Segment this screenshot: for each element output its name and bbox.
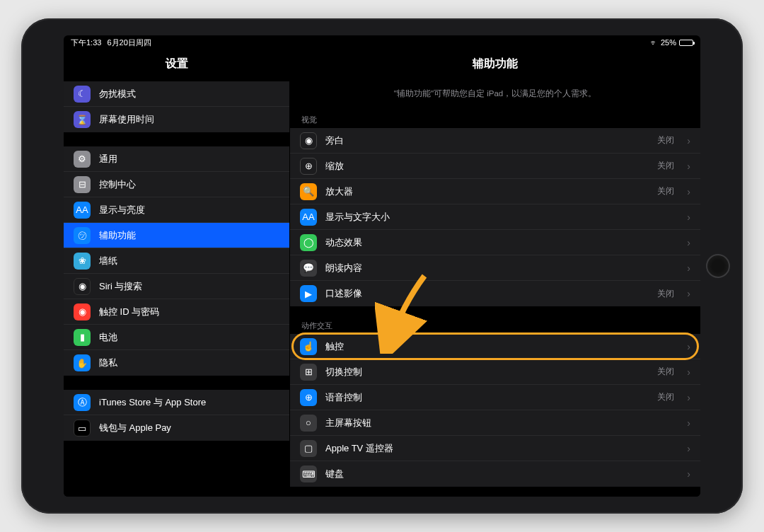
detail-title: 辅助功能 xyxy=(290,50,700,81)
sidebar-item-battery[interactable]: ▮电池 xyxy=(64,325,289,350)
detail-row-status: 关闭 xyxy=(657,366,674,378)
chevron-right-icon: › xyxy=(687,468,690,480)
ipad-frame: 下午1:33 6月20日周四 ᯤ 25% 设置 ☾勿扰模式⌛屏幕使用时间 ⚙通用… xyxy=(21,18,743,514)
detail-row-zoom[interactable]: ⊕缩放关闭› xyxy=(290,154,700,179)
voice-icon: ⊕ xyxy=(300,389,317,406)
detail-row-label: 触控 xyxy=(325,340,344,353)
sidebar-item-screentime[interactable]: ⌛屏幕使用时间 xyxy=(64,107,289,132)
voiceover-icon: ◉ xyxy=(300,132,317,149)
sidebar-item-label: 通用 xyxy=(99,153,117,166)
detail-row-speak[interactable]: 💬朗读内容› xyxy=(290,255,700,281)
sidebar-item-label: 显示与亮度 xyxy=(99,204,145,216)
home-icon: ○ xyxy=(300,415,317,432)
sidebar-item-accessibility[interactable]: ㋡辅助功能 xyxy=(64,223,289,248)
detail-row-kb[interactable]: ⌨键盘› xyxy=(290,461,700,487)
detail-row-status: 关闭 xyxy=(657,160,674,172)
battery-icon xyxy=(679,40,693,46)
sidebar-item-label: 触控 ID 与密码 xyxy=(99,306,159,318)
sidebar-item-appstore[interactable]: ⒶiTunes Store 与 App Store xyxy=(64,390,289,415)
detail-row-label: 缩放 xyxy=(325,160,344,173)
chevron-right-icon: › xyxy=(687,212,690,223)
detail-group: ☝触控›⊞切换控制关闭›⊕语音控制关闭›○主屏幕按钮›▢Apple TV 遥控器… xyxy=(290,334,700,487)
section-header: 视觉 xyxy=(290,110,700,128)
sidebar-item-privacy[interactable]: ✋隐私 xyxy=(64,350,289,376)
sidebar-item-wallet[interactable]: ▭钱包与 Apple Pay xyxy=(64,415,289,441)
battery-icon: ▮ xyxy=(74,329,91,346)
sidebar-title: 设置 xyxy=(64,50,289,81)
sliders-icon: ⊟ xyxy=(74,176,91,193)
detail-row-home[interactable]: ○主屏幕按钮› xyxy=(290,410,700,436)
siri-icon: ◉ xyxy=(74,278,91,295)
wallpaper-icon: ❀ xyxy=(74,253,91,270)
chevron-right-icon: › xyxy=(687,237,690,248)
detail-row-status: 关闭 xyxy=(657,185,674,197)
privacy-icon: ✋ xyxy=(74,354,91,371)
status-time: 下午1:33 xyxy=(71,37,101,48)
sidebar-item-label: 屏幕使用时间 xyxy=(99,113,154,126)
sidebar-group-1: ☾勿扰模式⌛屏幕使用时间 xyxy=(64,81,289,132)
detail-row-desc[interactable]: ▶口述影像关闭› xyxy=(290,281,700,306)
chevron-right-icon: › xyxy=(687,161,690,172)
detail-row-label: 放大器 xyxy=(325,185,353,198)
screen: 下午1:33 6月20日周四 ᯤ 25% 设置 ☾勿扰模式⌛屏幕使用时间 ⚙通用… xyxy=(64,35,700,497)
moon-icon: ☾ xyxy=(74,86,91,103)
text-icon: AA xyxy=(300,209,317,226)
chevron-right-icon: › xyxy=(687,186,690,197)
home-button[interactable] xyxy=(706,254,730,278)
zoom-icon: ⊕ xyxy=(300,158,317,175)
kb-icon: ⌨ xyxy=(300,466,317,482)
gear-icon: ⚙ xyxy=(74,151,91,168)
sidebar-item-display[interactable]: AA显示与亮度 xyxy=(64,197,289,223)
settings-sidebar[interactable]: 设置 ☾勿扰模式⌛屏幕使用时间 ⚙通用⊟控制中心AA显示与亮度㋡辅助功能❀墙纸◉… xyxy=(64,50,290,497)
switch-icon: ⊞ xyxy=(300,364,317,381)
chevron-right-icon: › xyxy=(687,341,690,352)
sidebar-item-label: 勿扰模式 xyxy=(99,88,136,100)
tv-icon: ▢ xyxy=(300,440,317,457)
appstore-icon: Ⓐ xyxy=(74,394,91,411)
detail-row-label: 朗读内容 xyxy=(325,262,362,274)
status-bar: 下午1:33 6月20日周四 ᯤ 25% xyxy=(64,35,700,50)
chevron-right-icon: › xyxy=(687,443,690,454)
detail-row-label: 键盘 xyxy=(325,468,344,480)
detail-row-label: 动态效果 xyxy=(325,236,362,249)
motion-icon: ◯ xyxy=(300,234,317,251)
detail-row-label: 口述影像 xyxy=(325,287,362,300)
detail-pane[interactable]: 辅助功能 "辅助功能"可帮助您自定 iPad，以满足您的个人需求。 视觉◉旁白关… xyxy=(290,50,700,497)
touchid-icon: ◉ xyxy=(74,303,91,320)
sidebar-item-wallpaper[interactable]: ❀墙纸 xyxy=(64,248,289,274)
chevron-right-icon: › xyxy=(687,366,690,378)
sidebar-item-label: 电池 xyxy=(99,331,117,344)
detail-row-text[interactable]: AA显示与文字大小› xyxy=(290,204,700,230)
wifi-icon: ᯤ xyxy=(650,38,658,47)
sidebar-item-controlcenter[interactable]: ⊟控制中心 xyxy=(64,172,289,197)
detail-row-label: 旁白 xyxy=(325,134,344,147)
detail-row-mag[interactable]: 🔍放大器关闭› xyxy=(290,179,700,204)
sidebar-group-3: ⒶiTunes Store 与 App Store▭钱包与 Apple Pay xyxy=(64,390,289,441)
detail-row-touch[interactable]: ☝触控› xyxy=(290,334,700,359)
detail-row-status: 关闭 xyxy=(657,391,674,403)
detail-row-label: Apple TV 遥控器 xyxy=(325,442,393,455)
highlight-ring xyxy=(291,332,699,360)
sidebar-item-label: 钱包与 Apple Pay xyxy=(99,422,171,434)
chevron-right-icon: › xyxy=(687,262,690,274)
sidebar-item-general[interactable]: ⚙通用 xyxy=(64,146,289,172)
sidebar-item-label: 墙纸 xyxy=(99,255,117,267)
sidebar-item-touchid[interactable]: ◉触控 ID 与密码 xyxy=(64,299,289,325)
detail-row-voice[interactable]: ⊕语音控制关闭› xyxy=(290,385,700,410)
sidebar-item-dnd[interactable]: ☾勿扰模式 xyxy=(64,81,289,107)
wallet-icon: ▭ xyxy=(74,420,91,436)
detail-row-label: 语音控制 xyxy=(325,391,362,404)
section-header: 动作交互 xyxy=(290,316,700,334)
detail-row-voiceover[interactable]: ◉旁白关闭› xyxy=(290,128,700,154)
sidebar-item-siri[interactable]: ◉Siri 与搜索 xyxy=(64,274,289,299)
sidebar-item-label: 辅助功能 xyxy=(99,229,136,242)
detail-group: ◉旁白关闭›⊕缩放关闭›🔍放大器关闭›AA显示与文字大小›◯动态效果›💬朗读内容… xyxy=(290,128,700,306)
chevron-right-icon: › xyxy=(687,135,690,146)
detail-row-tv[interactable]: ▢Apple TV 遥控器› xyxy=(290,436,700,461)
chevron-right-icon: › xyxy=(687,417,690,429)
detail-row-motion[interactable]: ◯动态效果› xyxy=(290,230,700,255)
chevron-right-icon: › xyxy=(687,392,690,403)
sidebar-item-label: Siri 与搜索 xyxy=(99,280,142,293)
mag-icon: 🔍 xyxy=(300,183,317,200)
detail-row-switch[interactable]: ⊞切换控制关闭› xyxy=(290,359,700,385)
